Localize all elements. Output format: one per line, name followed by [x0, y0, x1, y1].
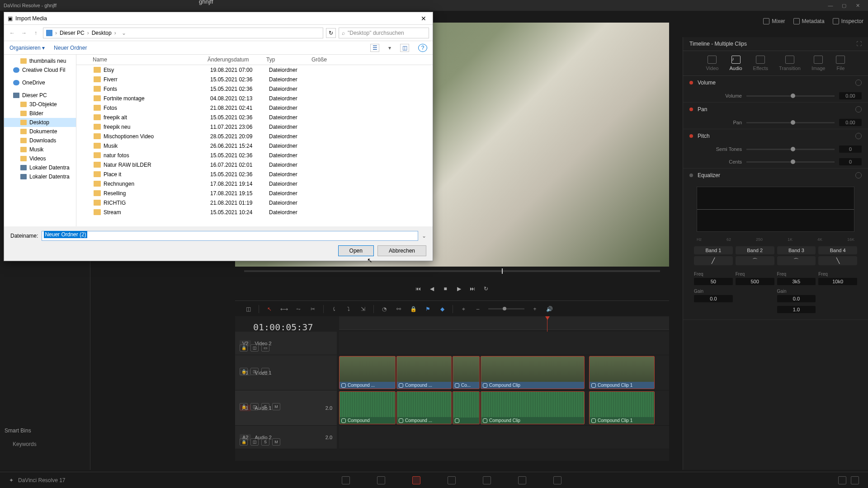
fairlight-page[interactable]	[518, 476, 526, 484]
minimize-button[interactable]: —	[824, 1, 837, 10]
step-back-button[interactable]: ◀	[428, 285, 435, 292]
solo-button[interactable]: S	[261, 438, 269, 446]
sidebar-item-thumbnails[interactable]: thumbnails neu	[4, 56, 76, 66]
sidebar-item-bilder[interactable]: Bilder	[4, 109, 76, 118]
lock-icon[interactable]: 🔒	[240, 403, 248, 410]
keywords-bin[interactable]: Keywords	[13, 441, 37, 447]
chevron-down-icon[interactable]: ⌄	[422, 233, 426, 239]
loop-button[interactable]: ↻	[482, 285, 490, 292]
first-frame-button[interactable]: ⏮	[415, 285, 422, 292]
audio-clip[interactable]: Compound Clip	[481, 391, 585, 424]
band1-button[interactable]: Band 1	[694, 246, 733, 254]
file-row[interactable]: Natur RAW bILDER16.07.2021 02:01Dateiord…	[76, 160, 433, 169]
band1-curve[interactable]: ╱	[694, 256, 733, 265]
expand-icon[interactable]: ⛶	[856, 41, 862, 47]
reset-button[interactable]	[855, 172, 862, 178]
file-row[interactable]: RICHTIG21.08.2021 01:19Dateiordner	[76, 198, 433, 207]
new-folder-button[interactable]: Neuer Ordner	[54, 45, 87, 51]
pan-slider[interactable]	[746, 122, 835, 123]
sidebar-item-pc[interactable]: Dieser PC	[4, 91, 76, 100]
auto-select-icon[interactable]: ◫	[250, 438, 259, 446]
blade-tool[interactable]: ✂	[309, 305, 317, 313]
disable-track-icon[interactable]: ▭	[261, 344, 269, 352]
lock-button[interactable]: 🔒	[409, 305, 417, 313]
file-row[interactable]: Stream15.05.2021 10:24Dateiordner	[76, 207, 433, 217]
track-header-a1[interactable]: A1 Audio 1 2.0 🔒◫SM	[235, 390, 337, 426]
file-row[interactable]: Fotos21.08.2021 02:41Dateiordner	[76, 103, 433, 113]
volume-slider[interactable]	[746, 95, 835, 97]
band4-button[interactable]: Band 4	[818, 246, 857, 254]
mute-button[interactable]: M	[272, 438, 280, 446]
file-row[interactable]: Fonts15.05.2021 02:36Dateiordner	[76, 84, 433, 94]
semitones-value[interactable]: 0	[839, 145, 862, 153]
tab-image[interactable]: Image	[811, 56, 826, 71]
up-button[interactable]: ↑	[31, 28, 40, 38]
band3-q[interactable]: 1.0	[777, 306, 816, 313]
file-row[interactable]: Etsy19.08.2021 07:00Dateiordner	[76, 65, 433, 75]
band3-gain[interactable]: 0.0	[777, 295, 816, 302]
back-button[interactable]: ←	[8, 28, 17, 38]
media-page[interactable]	[342, 476, 350, 484]
track-lane-a1[interactable]: Compound Compound ... Compound Clip Comp…	[339, 390, 669, 426]
cancel-button[interactable]: Abbrechen	[377, 245, 426, 256]
tab-audio[interactable]: ♪Audio	[729, 56, 742, 71]
flag-button[interactable]: ⚑	[424, 305, 432, 313]
view-details-button[interactable]: ☰	[370, 44, 379, 52]
viewer-scrubber[interactable]	[244, 270, 660, 272]
audio-clip[interactable]: Compound ...	[396, 391, 452, 424]
refresh-button[interactable]: ↻	[326, 28, 336, 38]
active-dot-icon[interactable]	[689, 134, 693, 138]
cents-slider[interactable]	[746, 161, 835, 163]
sidebar-item-musik[interactable]: Musik	[4, 145, 76, 154]
tab-transition[interactable]: Transition	[779, 56, 801, 71]
smart-bins-header[interactable]: Smart Bins	[5, 427, 31, 434]
sidebar-item-dokumente[interactable]: Dokumente	[4, 127, 76, 136]
chevron-down-icon[interactable]: ▾	[388, 45, 391, 51]
marker-button[interactable]: ◆	[438, 305, 446, 313]
fusion-page[interactable]	[448, 476, 456, 484]
snap-button[interactable]: ⌖	[459, 305, 467, 313]
semitones-slider[interactable]	[746, 149, 835, 150]
sidebar-item-localdisk1[interactable]: Lokaler Datentra	[4, 163, 76, 172]
maximize-button[interactable]: ▢	[837, 1, 851, 10]
open-button[interactable]: Open	[338, 245, 374, 256]
band2-button[interactable]: Band 2	[736, 246, 774, 254]
band2-curve[interactable]: ⌒	[736, 256, 774, 265]
volume-value[interactable]: 0.00	[839, 92, 862, 99]
band1-freq[interactable]: 50	[694, 278, 733, 285]
band3-freq[interactable]: 3k5	[777, 278, 816, 285]
band4-freq[interactable]: 10k0	[818, 278, 857, 285]
tab-effects[interactable]: Effects	[753, 56, 768, 71]
lock-icon[interactable]: 🔒	[240, 438, 248, 446]
help-button[interactable]: ?	[418, 44, 427, 52]
dynamic-trim-tool[interactable]: ⥊	[294, 305, 302, 313]
track-header-v2[interactable]: V2 Video 2 🔒◫▭	[235, 332, 337, 355]
deliver-page[interactable]	[553, 476, 561, 484]
file-row[interactable]: freepik neu11.07.2021 23:06Dateiordner	[76, 122, 433, 131]
file-row[interactable]: Musik26.06.2021 15:24Dateiordner	[76, 141, 433, 150]
sidebar-item-creative-cloud[interactable]: Creative Cloud Fil	[4, 66, 76, 75]
band3-button[interactable]: Band 3	[777, 246, 816, 254]
settings-button[interactable]	[851, 476, 859, 484]
cents-value[interactable]: 0	[839, 158, 862, 165]
metadata-button[interactable]: Metadata	[793, 18, 825, 24]
file-row[interactable]: Mischoptionen Video28.05.2021 20:09Datei…	[76, 131, 433, 141]
stop-button[interactable]: ■	[442, 285, 449, 292]
sidebar-item-onedrive[interactable]: OneDrive	[4, 78, 76, 87]
edit-page[interactable]	[412, 476, 420, 484]
timeline-view-options[interactable]: ◫	[244, 305, 252, 313]
band1-gain[interactable]: 0.0	[694, 295, 733, 302]
overwrite-clip-button[interactable]: ⤵	[344, 305, 353, 313]
auto-select-icon[interactable]: ◫	[250, 403, 259, 410]
file-row[interactable]: Place it15.05.2021 02:36Dateiordner	[76, 169, 433, 179]
trim-tool[interactable]: ⟷	[280, 305, 288, 313]
band2-freq[interactable]: 500	[736, 278, 774, 285]
reset-button[interactable]	[855, 80, 862, 86]
chevron-down-icon[interactable]: ⌄	[122, 30, 126, 36]
mixer-button[interactable]: Mixer	[763, 18, 785, 24]
play-button[interactable]: ▶	[455, 285, 462, 292]
insert-clip-button[interactable]: ⤹	[330, 305, 338, 313]
file-row[interactable]: Reselling17.08.2021 19:15Dateiordner	[76, 188, 433, 198]
file-list-header[interactable]: Name Änderungsdatum Typ Größe	[76, 55, 433, 65]
color-page[interactable]	[483, 476, 491, 484]
